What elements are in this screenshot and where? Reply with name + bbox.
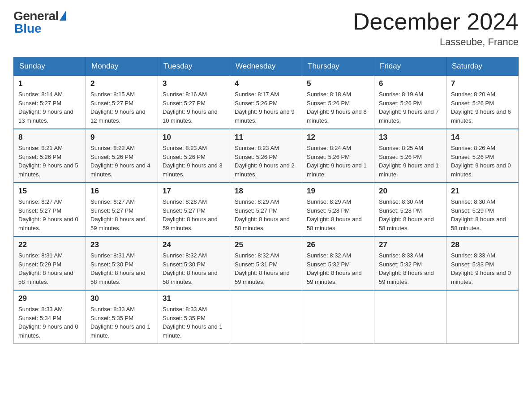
table-row: 19Sunrise: 8:29 AMSunset: 5:28 PMDayligh… [302,183,374,236]
day-number: 17 [163,187,225,196]
day-info: Sunrise: 8:33 AMSunset: 5:32 PMDaylight:… [379,251,442,286]
day-number: 27 [379,240,442,249]
day-info: Sunrise: 8:25 AMSunset: 5:26 PMDaylight:… [379,144,442,179]
day-number: 25 [235,240,297,249]
table-row: 13Sunrise: 8:25 AMSunset: 5:26 PMDayligh… [374,129,446,183]
day-info: Sunrise: 8:33 AMSunset: 5:35 PMDaylight:… [163,305,225,340]
day-info: Sunrise: 8:22 AMSunset: 5:26 PMDaylight:… [90,144,153,179]
day-info: Sunrise: 8:21 AMSunset: 5:26 PMDaylight:… [18,144,81,179]
day-number: 21 [451,187,514,196]
table-row: 20Sunrise: 8:30 AMSunset: 5:28 PMDayligh… [374,183,446,236]
table-row: 27Sunrise: 8:33 AMSunset: 5:32 PMDayligh… [374,236,446,290]
table-row: 16Sunrise: 8:27 AMSunset: 5:27 PMDayligh… [86,183,158,236]
day-number: 9 [90,133,153,142]
header-saturday: Saturday [446,57,519,76]
table-row: 18Sunrise: 8:29 AMSunset: 5:27 PMDayligh… [230,183,302,236]
table-row: 15Sunrise: 8:27 AMSunset: 5:27 PMDayligh… [14,183,86,236]
table-row: 22Sunrise: 8:31 AMSunset: 5:29 PMDayligh… [14,236,86,290]
day-info: Sunrise: 8:31 AMSunset: 5:29 PMDaylight:… [18,251,81,286]
table-row: 29Sunrise: 8:33 AMSunset: 5:34 PMDayligh… [14,290,86,344]
table-row [230,290,302,344]
calendar-week-row: 1Sunrise: 8:14 AMSunset: 5:27 PMDaylight… [14,76,519,129]
day-number: 19 [307,187,369,196]
table-row: 10Sunrise: 8:23 AMSunset: 5:26 PMDayligh… [158,129,230,183]
day-info: Sunrise: 8:18 AMSunset: 5:26 PMDaylight:… [307,90,369,125]
day-number: 31 [163,294,225,303]
calendar-week-row: 22Sunrise: 8:31 AMSunset: 5:29 PMDayligh… [14,236,519,290]
day-number: 15 [18,187,81,196]
day-info: Sunrise: 8:28 AMSunset: 5:27 PMDaylight:… [163,197,225,232]
calendar-week-row: 29Sunrise: 8:33 AMSunset: 5:34 PMDayligh… [14,290,519,344]
calendar-week-row: 15Sunrise: 8:27 AMSunset: 5:27 PMDayligh… [14,183,519,236]
table-row: 7Sunrise: 8:20 AMSunset: 5:26 PMDaylight… [446,76,519,129]
table-row: 3Sunrise: 8:16 AMSunset: 5:27 PMDaylight… [158,76,230,129]
table-row: 9Sunrise: 8:22 AMSunset: 5:26 PMDaylight… [86,129,158,183]
day-info: Sunrise: 8:17 AMSunset: 5:26 PMDaylight:… [235,90,297,125]
month-title: December 2024 [353,9,519,34]
day-number: 22 [18,240,81,249]
day-number: 8 [18,133,81,142]
table-row: 2Sunrise: 8:15 AMSunset: 5:27 PMDaylight… [86,76,158,129]
day-number: 5 [307,79,369,88]
logo-blue-text: Blue [14,21,42,36]
day-info: Sunrise: 8:33 AMSunset: 5:35 PMDaylight:… [90,305,153,340]
page-header: General Blue December 2024 Lasseube, Fra… [13,9,519,48]
table-row: 6Sunrise: 8:19 AMSunset: 5:26 PMDaylight… [374,76,446,129]
table-row [302,290,374,344]
day-info: Sunrise: 8:14 AMSunset: 5:27 PMDaylight:… [18,90,81,125]
day-info: Sunrise: 8:27 AMSunset: 5:27 PMDaylight:… [18,197,81,232]
day-info: Sunrise: 8:32 AMSunset: 5:31 PMDaylight:… [235,251,297,286]
header-thursday: Thursday [302,57,374,76]
calendar-week-row: 8Sunrise: 8:21 AMSunset: 5:26 PMDaylight… [14,129,519,183]
table-row: 21Sunrise: 8:30 AMSunset: 5:29 PMDayligh… [446,183,519,236]
day-info: Sunrise: 8:29 AMSunset: 5:28 PMDaylight:… [307,197,369,232]
table-row [446,290,519,344]
day-info: Sunrise: 8:33 AMSunset: 5:33 PMDaylight:… [451,251,514,286]
day-info: Sunrise: 8:24 AMSunset: 5:26 PMDaylight:… [307,144,369,179]
day-number: 23 [90,240,153,249]
day-number: 2 [90,79,153,88]
day-info: Sunrise: 8:26 AMSunset: 5:26 PMDaylight:… [451,144,514,179]
day-number: 13 [379,133,442,142]
table-row: 1Sunrise: 8:14 AMSunset: 5:27 PMDaylight… [14,76,86,129]
table-row: 31Sunrise: 8:33 AMSunset: 5:35 PMDayligh… [158,290,230,344]
day-number: 14 [451,133,514,142]
header-sunday: Sunday [14,57,86,76]
table-row: 30Sunrise: 8:33 AMSunset: 5:35 PMDayligh… [86,290,158,344]
day-info: Sunrise: 8:30 AMSunset: 5:29 PMDaylight:… [451,197,514,232]
day-number: 12 [307,133,369,142]
day-number: 4 [235,79,297,88]
day-number: 18 [235,187,297,196]
header-monday: Monday [86,57,158,76]
day-info: Sunrise: 8:16 AMSunset: 5:27 PMDaylight:… [163,90,225,125]
table-row: 5Sunrise: 8:18 AMSunset: 5:26 PMDaylight… [302,76,374,129]
day-number: 6 [379,79,442,88]
day-info: Sunrise: 8:20 AMSunset: 5:26 PMDaylight:… [451,90,514,125]
table-row: 17Sunrise: 8:28 AMSunset: 5:27 PMDayligh… [158,183,230,236]
header-friday: Friday [374,57,446,76]
day-number: 28 [451,240,514,249]
day-number: 11 [235,133,297,142]
day-info: Sunrise: 8:32 AMSunset: 5:32 PMDaylight:… [307,251,369,286]
table-row: 14Sunrise: 8:26 AMSunset: 5:26 PMDayligh… [446,129,519,183]
table-row: 12Sunrise: 8:24 AMSunset: 5:26 PMDayligh… [302,129,374,183]
table-row: 23Sunrise: 8:31 AMSunset: 5:30 PMDayligh… [86,236,158,290]
day-info: Sunrise: 8:23 AMSunset: 5:26 PMDaylight:… [163,144,225,179]
header-tuesday: Tuesday [158,57,230,76]
table-row: 4Sunrise: 8:17 AMSunset: 5:26 PMDaylight… [230,76,302,129]
day-info: Sunrise: 8:19 AMSunset: 5:26 PMDaylight:… [379,90,442,125]
logo: General Blue [13,9,66,36]
day-info: Sunrise: 8:27 AMSunset: 5:27 PMDaylight:… [90,197,153,232]
day-number: 1 [18,79,81,88]
day-number: 29 [18,294,81,303]
day-number: 20 [379,187,442,196]
day-info: Sunrise: 8:15 AMSunset: 5:27 PMDaylight:… [90,90,153,125]
table-row: 8Sunrise: 8:21 AMSunset: 5:26 PMDaylight… [14,129,86,183]
table-row [374,290,446,344]
table-row: 24Sunrise: 8:32 AMSunset: 5:30 PMDayligh… [158,236,230,290]
title-section: December 2024 Lasseube, France [353,9,519,48]
calendar-table: Sunday Monday Tuesday Wednesday Thursday… [13,57,519,344]
day-info: Sunrise: 8:32 AMSunset: 5:30 PMDaylight:… [163,251,225,286]
day-info: Sunrise: 8:23 AMSunset: 5:26 PMDaylight:… [235,144,297,179]
day-number: 30 [90,294,153,303]
